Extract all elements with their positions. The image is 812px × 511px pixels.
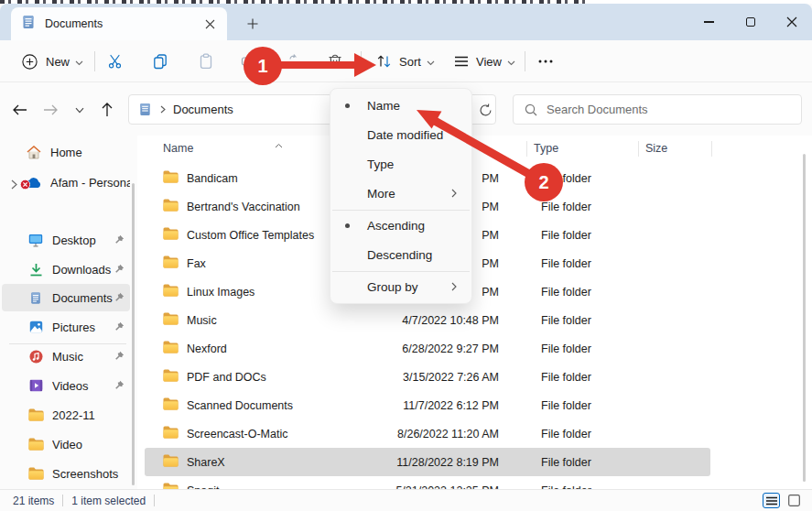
sidebar-item-home[interactable]: Home [2, 138, 130, 166]
file-row[interactable]: PDF and DOCs 3/15/2022 7:26 AM File fold… [145, 363, 710, 391]
sort-button[interactable]: Sort [368, 47, 443, 76]
sidebar-item-onedrive[interactable]: Afam - Personal [2, 169, 130, 196]
menu-item-ascending[interactable]: Ascending [334, 211, 468, 240]
status-bar: 21 items 1 item selected [0, 489, 812, 511]
details-view-toggle[interactable] [763, 493, 780, 508]
file-type: File folder [541, 172, 591, 185]
item-count: 21 items [13, 495, 54, 507]
sidebar-item-label: 2022-11 [52, 408, 130, 422]
chevron-down-icon [507, 53, 515, 70]
sidebar-item-label: Desktop [52, 234, 114, 247]
expand-chevron-icon[interactable] [11, 177, 17, 193]
sidebar-item-music[interactable]: Music [2, 342, 130, 370]
rename-button[interactable] [235, 48, 263, 75]
file-date: 3/15/2022 7:26 AM [364, 371, 499, 384]
folder-icon [163, 284, 179, 300]
selected-bullet-icon [345, 103, 350, 108]
sidebar-item-2022-11[interactable]: 2022-11 [2, 401, 130, 429]
up-button[interactable] [94, 97, 120, 123]
menu-item-descending[interactable]: Descending [334, 240, 468, 269]
file-row[interactable]: Screencast-O-Matic 8/26/2022 11:20 AM Fi… [145, 419, 710, 448]
menu-item-date-modified[interactable]: Date modified [334, 120, 468, 149]
folder-icon [163, 312, 179, 329]
search-placeholder: Search Documents [547, 103, 648, 116]
sidebar-item-documents[interactable]: Documents [2, 284, 130, 311]
see-more-button[interactable] [532, 48, 559, 75]
sidebar-item-videos[interactable]: Videos [2, 372, 130, 399]
file-list-scrollbar[interactable] [803, 154, 806, 482]
copy-button[interactable] [146, 48, 174, 75]
folder-icon [27, 467, 44, 480]
menu-item-name[interactable]: Name [334, 91, 468, 120]
sidebar-item-video[interactable]: Video [2, 430, 130, 458]
sidebar-item-label: Video [52, 438, 130, 451]
large-icons-view-toggle[interactable] [785, 493, 803, 508]
sidebar-item-screenshots[interactable]: Screenshots [2, 460, 130, 487]
chevron-down-icon [75, 53, 83, 70]
folder-icon [163, 341, 179, 357]
folder-icon [163, 426, 179, 442]
folder-icon [163, 199, 179, 215]
pin-icon [114, 289, 125, 306]
menu-item-label: Type [367, 158, 394, 171]
folder-icon [163, 227, 179, 244]
scissors-icon [107, 53, 124, 70]
menu-item-label: Date modified [367, 128, 443, 142]
menu-item-label: Descending [367, 248, 432, 262]
folder-icon [163, 397, 179, 414]
minimize-button[interactable] [688, 4, 730, 40]
file-type: File folder [541, 456, 591, 469]
file-explorer-window: Documents New [0, 0, 812, 511]
cut-button[interactable] [102, 48, 129, 75]
view-button[interactable]: View [446, 47, 524, 76]
view-button-label: View [476, 55, 502, 69]
tab-title: Documents [45, 17, 200, 30]
sidebar-item-desktop[interactable]: Desktop [2, 226, 130, 254]
column-header-name[interactable]: Name [163, 137, 193, 159]
column-header-size[interactable]: Size [645, 137, 667, 159]
file-row[interactable]: Scanned Documents 11/7/2022 6:12 PM File… [145, 391, 710, 419]
file-type: File folder [541, 286, 591, 299]
maximize-button[interactable] [730, 4, 771, 40]
file-date: 8/26/2022 11:20 AM [364, 428, 499, 440]
share-button[interactable] [279, 48, 307, 75]
sidebar-item-downloads[interactable]: Downloads [2, 256, 130, 283]
forward-button[interactable] [38, 97, 63, 123]
file-row[interactable]: Nexford 6/28/2022 9:27 PM File folder [145, 334, 710, 363]
file-type: File folder [541, 201, 591, 213]
paste-button[interactable] [192, 48, 220, 75]
folder-icon [163, 369, 179, 386]
home-icon [26, 146, 42, 159]
sidebar-scrollbar[interactable] [132, 183, 135, 485]
file-name: Scanned Documents [187, 399, 293, 412]
pin-icon [114, 348, 125, 364]
music-icon [27, 350, 44, 364]
menu-item-more[interactable]: More [334, 179, 468, 208]
breadcrumb-location[interactable]: Documents [173, 103, 233, 116]
menu-item-label: More [367, 187, 395, 201]
file-row-selected[interactable]: ShareX 11/28/2022 8:19 PM File folder [145, 448, 710, 476]
sort-ascending-chevron-icon [275, 136, 283, 152]
back-button[interactable] [7, 97, 33, 123]
new-button[interactable]: New [13, 47, 92, 76]
tab-close-icon[interactable] [200, 14, 220, 34]
title-bar: Documents [0, 4, 812, 40]
file-name: ShareX [187, 456, 225, 469]
sync-error-badge [20, 179, 30, 190]
sidebar-item-label: Home [50, 146, 130, 159]
menu-item-group-by[interactable]: Group by [334, 272, 468, 301]
menu-item-label: Ascending [367, 219, 425, 233]
close-button[interactable] [771, 4, 812, 40]
file-type: File folder [541, 342, 591, 355]
sidebar-item-pictures[interactable]: Pictures [2, 313, 130, 341]
file-row[interactable]: Music 4/7/2022 10:48 PM File folder [145, 306, 710, 334]
search-box[interactable]: Search Documents [513, 94, 802, 125]
tab-documents[interactable]: Documents [11, 7, 227, 40]
recent-locations-button[interactable] [67, 97, 92, 123]
new-tab-button[interactable] [240, 12, 265, 36]
sidebar-item-label: Music [52, 350, 114, 364]
refresh-button[interactable] [472, 97, 498, 123]
delete-button[interactable] [321, 48, 349, 75]
menu-item-type[interactable]: Type [334, 149, 468, 179]
column-header-type[interactable]: Type [534, 137, 558, 159]
